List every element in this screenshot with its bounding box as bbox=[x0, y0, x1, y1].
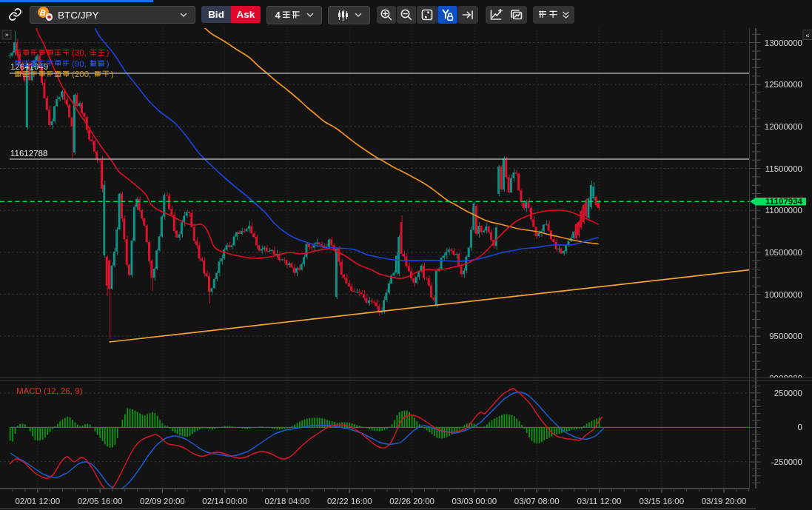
svg-text:12000000: 12000000 bbox=[765, 122, 802, 131]
svg-text:): ) bbox=[111, 70, 114, 78]
svg-text:02/22 16:00: 02/22 16:00 bbox=[327, 497, 372, 506]
svg-text:0: 0 bbox=[798, 423, 802, 432]
svg-text:(90,: (90, bbox=[72, 59, 87, 68]
svg-text:03/07 08:00: 03/07 08:00 bbox=[514, 497, 560, 506]
svg-text:): ) bbox=[107, 59, 110, 68]
svg-text:): ) bbox=[107, 48, 110, 57]
svg-text:11500000: 11500000 bbox=[765, 164, 802, 173]
svg-text:MACD (12, 26, 9): MACD (12, 26, 9) bbox=[16, 386, 83, 395]
svg-text:(30,: (30, bbox=[72, 48, 87, 57]
svg-text:03/15 16:00: 03/15 16:00 bbox=[639, 497, 684, 506]
svg-text:02/01 12:00: 02/01 12:00 bbox=[15, 497, 60, 506]
svg-text:-250000: -250000 bbox=[771, 457, 802, 466]
svg-text:03/11 12:00: 03/11 12:00 bbox=[577, 497, 622, 506]
svg-text:250000: 250000 bbox=[774, 389, 802, 397]
svg-text:02/26 20:00: 02/26 20:00 bbox=[389, 497, 434, 506]
svg-text:03/19 20:00: 03/19 20:00 bbox=[702, 497, 747, 506]
svg-text:10000000: 10000000 bbox=[765, 290, 802, 299]
svg-text:9500000: 9500000 bbox=[769, 332, 802, 340]
svg-text:11107934: 11107934 bbox=[765, 197, 803, 206]
svg-text:13000000: 13000000 bbox=[765, 38, 802, 47]
svg-text:02/09 20:00: 02/09 20:00 bbox=[140, 497, 185, 506]
svg-text:«: « bbox=[805, 32, 809, 39]
svg-text:03/03 00:00: 03/03 00:00 bbox=[452, 497, 497, 506]
svg-text:»: » bbox=[5, 31, 9, 38]
svg-text:02/05 16:00: 02/05 16:00 bbox=[78, 497, 123, 506]
svg-text:(200,: (200, bbox=[72, 70, 91, 78]
svg-text:02/18 04:00: 02/18 04:00 bbox=[265, 497, 310, 506]
svg-text:11000000: 11000000 bbox=[765, 206, 802, 215]
svg-text:12500000: 12500000 bbox=[765, 80, 802, 89]
svg-text:02/14 00:00: 02/14 00:00 bbox=[202, 497, 247, 506]
svg-text:10500000: 10500000 bbox=[765, 248, 802, 257]
svg-text:11612788: 11612788 bbox=[10, 149, 47, 158]
